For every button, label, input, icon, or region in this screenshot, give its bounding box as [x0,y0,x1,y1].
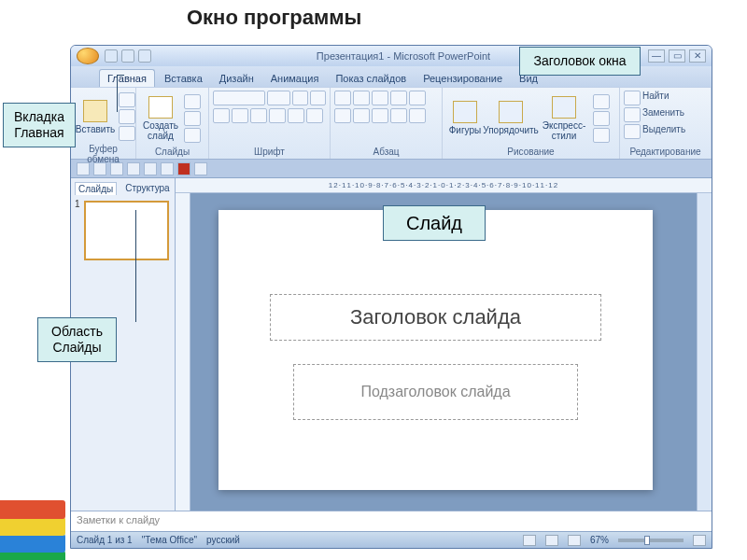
font-size-dropdown[interactable] [267,91,291,105]
shadow-icon[interactable] [288,108,304,123]
paste-button[interactable]: Вставить [75,91,116,143]
page-heading: Окно программы [187,6,361,30]
copy-icon[interactable] [119,109,135,124]
notes-pane[interactable]: Заметки к слайду [71,511,712,531]
find-button[interactable]: Найти [624,91,669,105]
view-sorter-icon[interactable] [545,535,558,546]
strip-icon[interactable] [194,162,207,175]
reset-icon[interactable] [184,111,201,126]
minimize-button[interactable]: — [648,49,665,63]
qat-save-icon[interactable] [105,49,118,63]
shapes-button[interactable]: Фигуры [446,92,484,145]
font-color-icon[interactable] [306,108,323,123]
maximize-button[interactable]: ▭ [669,49,685,63]
align-right-icon[interactable] [372,108,388,123]
find-label: Найти [642,91,669,105]
panel-tab-slides[interactable]: Слайды [75,182,117,195]
replace-label: Заменить [642,107,684,122]
panel-tab-outline[interactable]: Структура [122,182,172,195]
numbering-icon[interactable] [353,91,370,105]
format-painter-icon[interactable] [119,126,135,141]
bold-icon[interactable] [213,108,230,123]
strike-icon[interactable] [269,108,286,123]
delete-slide-icon[interactable] [184,128,201,143]
tab-insert[interactable]: Вставка [157,70,210,87]
tab-animation[interactable]: Анимация [263,70,327,87]
shape-outline-icon[interactable] [593,111,610,126]
align-center-icon[interactable] [353,108,370,123]
callout-slides-panel: Область Слайды [37,317,117,362]
strip-color-icon[interactable] [177,162,190,175]
new-slide-button[interactable]: Создать слайд [140,92,181,145]
indent-dec-icon[interactable] [372,91,388,105]
tab-review[interactable]: Рецензирование [416,70,510,87]
paste-icon [83,100,107,122]
italic-icon[interactable] [232,108,248,123]
subtitle-placeholder[interactable]: Подзаголовок слайда [293,364,578,420]
find-icon [624,91,641,105]
strip-icon[interactable] [110,162,123,175]
strip-icon[interactable] [127,162,140,175]
tab-slideshow[interactable]: Показ слайдов [328,70,414,87]
view-slideshow-icon[interactable] [568,535,581,546]
grow-font-icon[interactable] [292,91,308,105]
quick-styles-icon [552,96,576,119]
status-theme: "Тема Office" [142,535,197,545]
status-language[interactable]: русский [206,535,240,545]
callout-slide: Слайд [383,205,486,241]
strip-icon[interactable] [93,162,106,175]
office-button[interactable] [77,48,99,64]
zoom-slider-thumb[interactable] [644,536,650,545]
bullets-icon[interactable] [334,91,351,105]
cut-icon[interactable] [119,92,135,107]
group-slides-label: Слайды [140,146,204,157]
secondary-toolbar [71,160,712,178]
arrange-icon [499,101,523,123]
columns-icon[interactable] [409,108,426,123]
qat-undo-icon[interactable] [121,49,134,63]
slide[interactable]: Заголовок слайда Подзаголовок слайда [218,210,653,490]
shapes-icon [453,101,477,123]
zoom-slider[interactable] [618,539,684,542]
vertical-scrollbar[interactable] [697,193,712,511]
shape-effects-icon[interactable] [593,128,610,143]
quick-access-toolbar [105,49,151,63]
ribbon: Вставить Буфер обмена Создать слайд [71,87,712,160]
underline-icon[interactable] [250,108,267,123]
decorative-books [0,485,75,560]
strip-icon[interactable] [161,162,174,175]
tab-design[interactable]: Дизайн [212,70,261,87]
strip-icon[interactable] [144,162,157,175]
layout-icon[interactable] [184,94,201,109]
replace-button[interactable]: Заменить [624,107,684,122]
shrink-font-icon[interactable] [310,91,326,105]
align-left-icon[interactable] [334,108,351,123]
quick-styles-label: Экспресс-стили [539,120,589,141]
qat-redo-icon[interactable] [138,49,151,63]
canvas[interactable]: Заголовок слайда Подзаголовок слайда [190,193,697,511]
group-paragraph-label: Абзац [334,146,438,157]
arrange-button[interactable]: Упорядочить [486,92,535,145]
strip-icon[interactable] [77,162,90,175]
zoom-percent[interactable]: 67% [590,535,609,545]
select-label: Выделить [642,124,685,139]
indent-inc-icon[interactable] [390,91,407,105]
view-normal-icon[interactable] [523,535,536,546]
group-editing-label: Редактирование [624,146,707,157]
close-button[interactable]: ✕ [689,49,706,63]
group-font-label: Шрифт [213,146,326,157]
justify-icon[interactable] [390,108,407,123]
title-placeholder[interactable]: Заголовок слайда [270,294,601,341]
fit-to-window-icon[interactable] [693,535,706,546]
status-slide-count: Слайд 1 из 1 [77,535,133,545]
tab-home[interactable]: Главная [99,69,155,87]
select-button[interactable]: Выделить [624,124,685,139]
quick-styles-button[interactable]: Экспресс-стили [538,92,590,145]
line-spacing-icon[interactable] [409,91,426,105]
thumb-number: 1 [75,199,80,209]
callout-titlebar: Заголовок окна [519,47,641,76]
arrange-label: Упорядочить [483,125,539,135]
font-family-dropdown[interactable] [213,91,265,105]
slide-thumbnail[interactable] [84,201,169,260]
shape-fill-icon[interactable] [593,94,610,109]
